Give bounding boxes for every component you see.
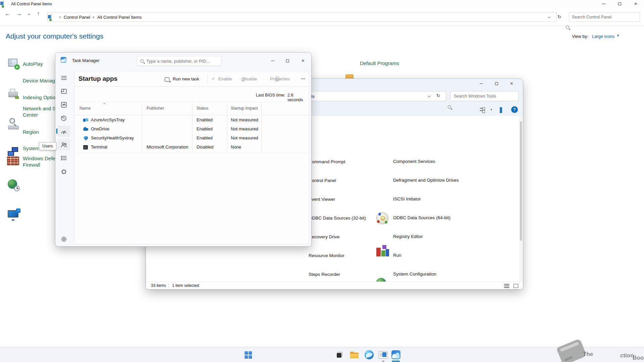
tile-component-services[interactable]: Component Services — [393, 159, 435, 164]
defrag-icon[interactable] — [376, 244, 390, 258]
breadcrumb-chevron-icon[interactable] — [58, 16, 61, 18]
col-startup-impact[interactable]: Startup impact — [231, 106, 258, 111]
cp-item-autoplay[interactable]: AutoPlay — [23, 61, 43, 67]
cell-name: AzureArcSysTray — [91, 117, 125, 122]
card-divider — [75, 86, 309, 86]
enable-button[interactable]: Enable — [218, 76, 232, 81]
windows-defender-firewall-icon[interactable] — [7, 157, 19, 165]
task-manager-taskbar-icon[interactable] — [389, 349, 402, 360]
more-options-button[interactable]: … — [301, 75, 305, 80]
tile-registry-editor[interactable]: Registry Editor — [393, 234, 423, 239]
menu-icon[interactable] — [57, 72, 70, 83]
tm-close-icon[interactable]: × — [302, 58, 305, 63]
indexing-options-icon[interactable] — [7, 117, 20, 131]
recent-pages-chevron-icon[interactable] — [28, 13, 30, 15]
properties-button[interactable]: Properties — [270, 76, 290, 81]
address-dropdown-chevron-icon[interactable] — [548, 16, 550, 18]
cp-item-system[interactable]: System — [23, 145, 40, 152]
wt-scrollbar[interactable] — [519, 117, 523, 281]
edge-icon[interactable] — [363, 349, 375, 360]
details-view-icon[interactable] — [504, 284, 509, 288]
address-bar[interactable]: Control Panel All Control Panel Items ↻ — [47, 12, 556, 22]
cp-item-default-programs[interactable]: Default Programs — [360, 60, 399, 66]
tile-steps-recorder[interactable]: Steps Recorder — [309, 272, 340, 277]
wt-scrollbar-thumb[interactable] — [520, 121, 522, 241]
tile-recovery-drive[interactable]: Recovery Drive — [309, 234, 339, 240]
processes-icon[interactable] — [57, 85, 70, 97]
table-row[interactable]: SecurityHealthSystray Enabled Not measur… — [75, 134, 309, 143]
thumbnail-view-icon[interactable] — [514, 284, 518, 288]
view-by-value[interactable]: Large icons — [592, 34, 614, 39]
refresh-icon[interactable]: ↻ — [557, 14, 561, 19]
task-view-icon[interactable] — [333, 349, 346, 360]
wt-view-dropdown-icon[interactable]: ▼ — [490, 108, 493, 111]
tile-control-panel[interactable]: Control Panel — [309, 178, 336, 183]
status-item-count: 33 items — [151, 283, 166, 288]
wt-search-input[interactable] — [451, 92, 518, 101]
col-publisher[interactable]: Publisher — [147, 106, 164, 111]
cell-publisher: Microsoft Corporation — [147, 144, 188, 149]
wt-address-chevron-icon[interactable] — [428, 95, 430, 97]
control-panel-taskbar-icon[interactable] — [377, 349, 389, 360]
tile-system-configuration[interactable]: System Configuration — [393, 271, 436, 277]
users-icon[interactable] — [57, 139, 70, 150]
autoplay-icon[interactable]: ▶ — [7, 57, 20, 70]
wt-help-icon[interactable]: ? — [511, 106, 518, 113]
table-row[interactable]: >_ Terminal Microsoft Corporation Disabl… — [75, 143, 309, 152]
tm-content-card: Startup apps Run new task ✓ Enable Disab… — [74, 71, 309, 244]
tile-event-viewer[interactable]: Event Viewer — [309, 196, 335, 202]
cp-search-input[interactable] — [569, 13, 640, 21]
enable-check-icon[interactable]: ✓ — [212, 76, 215, 81]
tile-run[interactable]: Run — [393, 252, 401, 258]
col-status[interactable]: Status — [197, 106, 208, 111]
tile-odbc-64[interactable]: ODBC Data Sources (64-bit) — [393, 215, 450, 221]
settings-gear-icon[interactable] — [57, 233, 70, 245]
active-running-indicator — [392, 361, 400, 362]
component-services-icon[interactable]: ✚ — [376, 212, 390, 226]
wt-refresh-icon[interactable]: ↻ — [436, 93, 440, 98]
col-name[interactable]: Name — [79, 106, 91, 111]
cp-search-box[interactable] — [569, 12, 640, 22]
services-icon[interactable] — [57, 166, 70, 177]
search-icon[interactable] — [448, 105, 451, 109]
run-new-task-button[interactable]: Run new task — [173, 76, 199, 81]
tm-search-box[interactable] — [137, 56, 221, 66]
tile-defrag[interactable]: Defragment and Optimize Drives — [393, 177, 459, 183]
hidden-icons-chevron-icon[interactable] — [562, 354, 565, 356]
cp-item-device-manager[interactable]: Device Manager — [23, 77, 59, 84]
sort-ascending-icon[interactable] — [103, 103, 106, 105]
disable-button[interactable]: Disable — [243, 76, 257, 81]
system-icon[interactable]: ✓ — [7, 208, 20, 222]
table-row[interactable]: AzureArcSysTray Enabled Not measured — [75, 116, 309, 125]
breadcrumb-chevron-icon[interactable] — [92, 16, 94, 18]
app-history-icon[interactable] — [57, 112, 70, 124]
tm-search-input[interactable] — [146, 56, 218, 66]
search-icon[interactable] — [566, 25, 569, 29]
start-button[interactable] — [242, 349, 255, 360]
wt-search-box[interactable] — [450, 91, 519, 101]
tm-page-title: Startup apps — [78, 75, 117, 82]
tile-resource-monitor[interactable]: Resource Monitor — [309, 253, 344, 258]
device-manager-icon[interactable] — [7, 87, 20, 101]
forward-icon[interactable]: → — [16, 11, 22, 17]
cp-item-indexing-options[interactable]: Indexing Options — [23, 94, 61, 101]
performance-icon[interactable] — [57, 99, 70, 110]
tile-iscsi[interactable]: iSCSI Initiator — [393, 196, 421, 202]
cp-item-region[interactable]: Region — [23, 129, 39, 135]
wt-close-icon[interactable]: × — [510, 81, 513, 86]
back-icon[interactable]: ← — [5, 11, 10, 17]
up-icon[interactable]: ↑ — [37, 11, 40, 17]
wt-preview-pane-icon[interactable] — [500, 107, 500, 113]
startup-apps-icon[interactable] — [57, 125, 70, 137]
breadcrumb-control-panel[interactable]: Control Panel — [64, 15, 90, 20]
breadcrumb-all-items[interactable]: All Control Panel Items — [97, 15, 142, 20]
table-row[interactable]: OneDrive Enabled Not measured — [75, 125, 309, 134]
run-new-task-icon[interactable] — [165, 77, 169, 81]
view-by-dropdown-icon[interactable]: ▼ — [616, 34, 620, 37]
close-icon[interactable]: × — [634, 1, 637, 6]
details-icon[interactable] — [57, 152, 70, 164]
region-icon[interactable] — [7, 179, 20, 192]
tile-command-prompt[interactable]: Command Prompt — [309, 159, 345, 165]
tile-odbc-32[interactable]: ODBC Data Sources (32-bit) — [309, 215, 366, 221]
file-explorer-icon[interactable] — [348, 349, 361, 360]
